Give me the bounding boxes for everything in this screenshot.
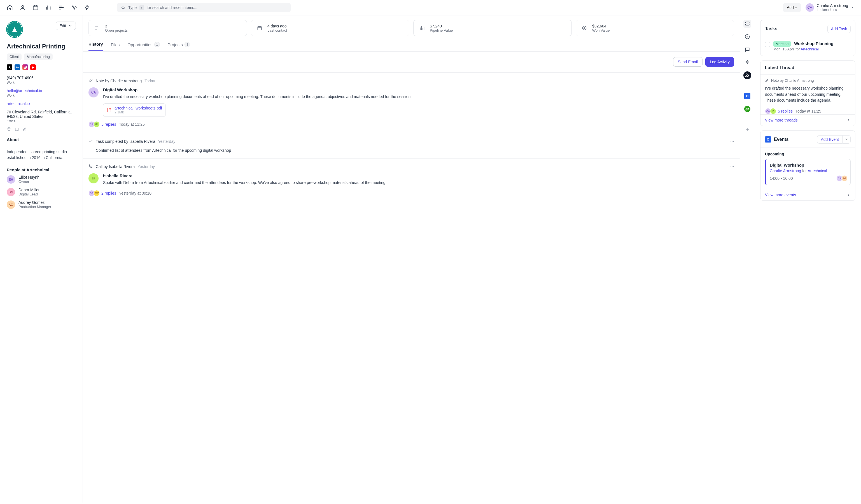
person-name: Debra Miller bbox=[18, 188, 40, 192]
add-button[interactable]: Add + bbox=[783, 3, 801, 12]
timeline-body: Confirmed list of attendees from Artechn… bbox=[88, 148, 734, 153]
timeline-item: Note by Charlie Armstrong Today ⋯ CA Dig… bbox=[83, 72, 740, 133]
tab-badge: 3 bbox=[184, 42, 190, 47]
company-mini-icons bbox=[7, 127, 76, 132]
instagram-icon[interactable] bbox=[23, 64, 28, 70]
about-title: About bbox=[7, 137, 76, 142]
thread-note-header: Note by Charlie Armstrong bbox=[765, 78, 851, 83]
svg-point-2 bbox=[122, 6, 124, 9]
reply-avatar: IR bbox=[94, 121, 100, 127]
tab-opportunities[interactable]: Opportunities1 bbox=[127, 42, 160, 51]
pin-icon[interactable] bbox=[7, 127, 11, 132]
tag[interactable]: Client bbox=[7, 54, 22, 60]
rail-sparkle-icon[interactable] bbox=[743, 58, 751, 66]
chevron-down-icon bbox=[851, 6, 854, 9]
search-prefix: Type bbox=[128, 5, 137, 10]
summary-card[interactable]: $32,604Won Value bbox=[576, 20, 734, 36]
rail-feed-icon[interactable] bbox=[743, 71, 751, 79]
summary-icon bbox=[580, 24, 589, 32]
timeline-item: Task completed by Isabella Rivera Yester… bbox=[83, 133, 740, 159]
summary-card[interactable]: 3Open projects bbox=[88, 20, 247, 36]
timeline-menu[interactable]: ⋯ bbox=[730, 164, 734, 169]
summary-value: $7,240 bbox=[430, 24, 453, 28]
youtube-icon[interactable]: ▶ bbox=[30, 64, 36, 70]
x-twitter-icon[interactable]: 𝕏 bbox=[7, 64, 12, 70]
task-item[interactable]: Meeting Workshop Planning Mon, 15 April … bbox=[765, 41, 851, 51]
company-website[interactable]: artechnical.io bbox=[7, 101, 76, 106]
events-upcoming-label: Upcoming bbox=[765, 152, 851, 156]
company-sidebar: Edit Artechnical Printing Client Manufac… bbox=[0, 15, 83, 503]
log-activity-button[interactable]: Log Activity bbox=[705, 57, 734, 67]
company-email[interactable]: hello@artechnical.io bbox=[7, 88, 76, 93]
stack-avatar: AG bbox=[842, 175, 848, 181]
task-badge: Meeting bbox=[773, 41, 791, 47]
svg-rect-9 bbox=[746, 22, 749, 23]
svg-rect-10 bbox=[746, 24, 749, 25]
attachment-icon[interactable] bbox=[23, 127, 27, 132]
timeline-menu[interactable]: ⋯ bbox=[730, 139, 734, 144]
company-address-label: Office bbox=[7, 119, 76, 123]
timeline-body: I've drafted the necessary workshop plan… bbox=[103, 94, 734, 100]
tab-files[interactable]: Files bbox=[111, 42, 120, 51]
chevron-down-icon bbox=[68, 24, 72, 28]
thread-card: Latest Thread Note by Charlie Armstrong … bbox=[760, 60, 856, 126]
integration-rail: O qb bbox=[740, 15, 755, 503]
timeline-header-text: Task completed by Isabella Rivera bbox=[96, 139, 155, 144]
send-email-button[interactable]: Send Email bbox=[673, 57, 703, 67]
thread-replies-link[interactable]: 5 replies bbox=[778, 109, 793, 113]
person-item[interactable]: DM Debra MillerDigital Lead bbox=[7, 188, 76, 196]
view-more-events[interactable]: View more events bbox=[761, 189, 855, 197]
edit-button[interactable]: Edit bbox=[56, 22, 76, 30]
attachment-size: 2.1MB bbox=[114, 110, 162, 114]
tab-history[interactable]: History bbox=[88, 42, 103, 51]
timeline-menu[interactable]: ⋯ bbox=[730, 79, 734, 83]
timeline-when: Yesterday bbox=[158, 139, 175, 144]
task-checkbox[interactable] bbox=[765, 42, 770, 47]
person-item[interactable]: EH Elliot HuynhOwner bbox=[7, 175, 76, 184]
list-icon[interactable] bbox=[58, 4, 64, 11]
rail-outlook-icon[interactable]: O bbox=[743, 92, 751, 100]
rail-stack-icon[interactable] bbox=[743, 20, 751, 28]
person-item[interactable]: AG Audrey GomezProduction Manager bbox=[7, 200, 76, 209]
tasks-title: Tasks bbox=[765, 26, 777, 31]
search-bar[interactable]: Type / for search and recent items... bbox=[117, 3, 291, 12]
bolt-icon[interactable] bbox=[84, 4, 90, 11]
home-icon[interactable] bbox=[7, 4, 13, 11]
event-item[interactable]: Digital Workshop Charlie Armstrong for A… bbox=[765, 159, 851, 185]
tab-projects[interactable]: Projects3 bbox=[168, 42, 190, 51]
tag[interactable]: Manufacturing bbox=[24, 54, 52, 60]
book-icon[interactable] bbox=[15, 127, 19, 132]
topbar-nav-icons bbox=[7, 4, 90, 11]
replies-link[interactable]: 2 replies bbox=[101, 191, 116, 195]
rail-chat-icon[interactable] bbox=[743, 46, 751, 54]
summary-label: Open projects bbox=[105, 28, 128, 32]
search-shortcut-key: / bbox=[139, 5, 144, 10]
activity-icon[interactable] bbox=[71, 4, 77, 11]
replies-link[interactable]: 5 replies bbox=[101, 122, 116, 126]
person-icon[interactable] bbox=[19, 4, 26, 11]
attachment[interactable]: artechnical_worksheets.pdf2.1MB bbox=[103, 103, 166, 117]
rail-plus-icon[interactable] bbox=[743, 126, 751, 134]
svg-point-11 bbox=[746, 35, 750, 39]
view-more-threads[interactable]: View more threads bbox=[761, 114, 855, 122]
edit-icon bbox=[765, 79, 769, 83]
svg-point-0 bbox=[22, 5, 24, 8]
timeline-header-text: Note by Charlie Armstrong bbox=[96, 79, 142, 83]
rail-quickbooks-icon[interactable]: qb bbox=[743, 105, 751, 113]
user-menu[interactable]: CA Charlie Armstrong Lookmark Inc bbox=[806, 3, 854, 12]
calendar-icon[interactable] bbox=[32, 4, 39, 11]
svg-point-4 bbox=[25, 67, 26, 68]
summary-card[interactable]: $7,240Pipeline Value bbox=[413, 20, 572, 36]
person-avatar: DM bbox=[7, 188, 15, 196]
add-event-dropdown[interactable] bbox=[843, 135, 851, 144]
rail-check-icon[interactable] bbox=[743, 33, 751, 41]
chart-icon[interactable] bbox=[45, 4, 52, 11]
company-phone-label: Work bbox=[7, 81, 76, 84]
add-task-button[interactable]: Add Task bbox=[828, 25, 851, 33]
linkedin-icon[interactable]: in bbox=[15, 64, 20, 70]
event-time: 14:00 - 16:00 bbox=[770, 176, 793, 181]
add-event-button[interactable]: Add Event bbox=[817, 135, 843, 144]
outlook-icon: O bbox=[765, 136, 771, 142]
summary-card[interactable]: 4 days agoLast contact bbox=[251, 20, 409, 36]
call-icon bbox=[88, 164, 93, 169]
